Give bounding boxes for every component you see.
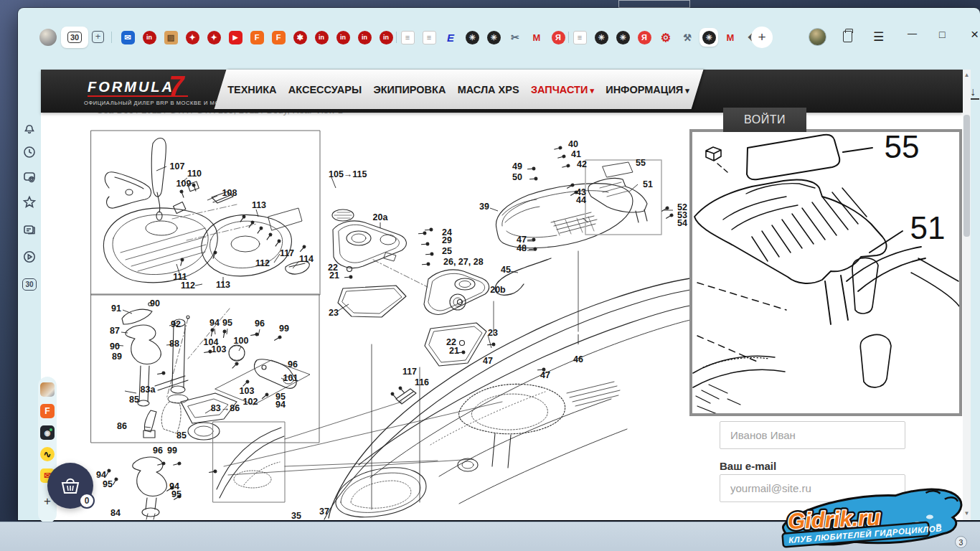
video-play-icon[interactable] <box>18 250 41 267</box>
part-number[interactable]: 87 <box>110 326 120 336</box>
part-number[interactable]: 103 <box>240 386 255 396</box>
basket-icon <box>60 476 81 495</box>
part-number[interactable]: 29 <box>442 235 452 245</box>
part-number[interactable]: 20a <box>373 212 389 222</box>
part-number[interactable]: 48 <box>517 243 527 253</box>
part-number[interactable]: 54 <box>677 218 687 228</box>
diagram-magnifier: 5551 <box>689 129 962 416</box>
menu-item-аксессуары[interactable]: АКСЕССУАРЫ <box>288 84 362 95</box>
part-number[interactable]: 88 <box>169 339 179 349</box>
part-number[interactable]: 50 <box>512 172 522 182</box>
bookmarks-star-icon[interactable] <box>18 195 41 212</box>
part-number[interactable]: 26, 27, 28 <box>443 257 484 267</box>
part-number[interactable]: 25 <box>442 246 452 256</box>
part-number[interactable]: 51 <box>643 179 653 189</box>
part-number[interactable]: 117 <box>402 367 417 377</box>
tab-bar: 30 + ✉in▨✦✦▶FF✱inininin≡≡E✳✳✂MЯ≡✳✳Я⚙⚒✳M❖… <box>18 8 980 39</box>
part-number[interactable]: 112 <box>255 258 270 268</box>
part-number[interactable]: 95 <box>222 318 232 328</box>
part-number[interactable]: 39 <box>479 202 489 212</box>
part-number[interactable]: 42 <box>577 159 587 169</box>
part-number[interactable]: 90 <box>150 298 160 309</box>
part-number[interactable]: 113 <box>216 280 230 290</box>
part-number[interactable]: 46 <box>573 354 583 364</box>
maximize-button[interactable]: □ <box>939 29 945 40</box>
main-menu: ТЕХНИКААКСЕССУАРЫЭКИПИРОВКАМАСЛА XPSЗАПЧ… <box>222 70 695 109</box>
scrollbar-thumb[interactable] <box>963 115 970 237</box>
part-number[interactable]: 83→86 <box>211 403 240 413</box>
part-number[interactable]: 23 <box>488 328 498 338</box>
part-number[interactable]: 85 <box>129 395 139 405</box>
part-number[interactable]: 96 <box>255 319 265 329</box>
part-number[interactable]: 84 <box>110 508 121 518</box>
part-number[interactable]: 94 <box>209 318 220 328</box>
part-number[interactable]: 96 <box>288 359 298 369</box>
magnifier-labels: 5551 <box>885 132 946 245</box>
cart-badge: 0 <box>79 493 95 509</box>
part-number[interactable]: 91 <box>111 303 121 314</box>
part-number[interactable]: 45 <box>501 265 511 275</box>
scroll-up-icon[interactable]: ▲ <box>963 72 971 78</box>
part-number[interactable]: 100 <box>234 336 249 346</box>
menu-item-экипировка[interactable]: ЭКИПИРОВКА <box>373 84 446 95</box>
part-number[interactable]: 107 <box>170 161 185 171</box>
part-number[interactable]: 103 <box>212 344 227 354</box>
part-number[interactable]: 116 <box>415 377 429 387</box>
address-bar: ← ↻ parts.formula7.ru Запчасти для гидро… <box>18 39 980 70</box>
part-number[interactable]: 21 <box>449 346 459 356</box>
part-number[interactable]: 86 <box>117 421 127 431</box>
part-number[interactable]: 102 <box>243 397 258 407</box>
part-number[interactable]: 23 <box>329 308 339 318</box>
part-number[interactable]: 92 <box>171 319 181 329</box>
part-number[interactable]: 94 <box>96 470 106 480</box>
part-number[interactable]: 47 <box>540 370 550 380</box>
part-number[interactable]: 95 <box>171 489 182 499</box>
part-number[interactable]: 83a <box>141 385 156 395</box>
part-number[interactable]: 113 <box>252 200 266 210</box>
part-number[interactable]: 112 <box>181 281 195 291</box>
part-number[interactable]: 110 <box>187 169 202 179</box>
part-number[interactable]: 109 <box>176 179 192 189</box>
calendar-icon[interactable]: 30 <box>18 277 41 291</box>
part-number[interactable]: 35 <box>291 511 301 520</box>
feed-notes-icon[interactable] <box>18 222 41 240</box>
part-number[interactable]: 117 <box>280 248 294 258</box>
part-number[interactable]: 96 <box>153 446 163 456</box>
part-number[interactable]: 41 <box>571 149 581 159</box>
part-number[interactable]: 85 <box>176 430 187 441</box>
part-number[interactable]: 99 <box>279 324 289 334</box>
menu-item-техника[interactable]: ТЕХНИКА <box>227 84 276 95</box>
history-clock-icon[interactable] <box>18 145 41 162</box>
magnified-part-number: 51 <box>910 210 946 245</box>
part-number[interactable]: 90 <box>110 342 120 352</box>
magnified-part-number: 55 <box>885 132 920 164</box>
part-number[interactable]: 108 <box>222 188 237 198</box>
site-logo[interactable]: FORMULA <box>88 79 174 95</box>
part-number[interactable]: 101 <box>283 373 298 383</box>
part-number[interactable]: 95 <box>103 479 113 489</box>
menu-item-масла xps[interactable]: МАСЛА XPS <box>458 84 519 95</box>
part-number[interactable]: 105→115 <box>329 169 367 179</box>
browser-sidebar: 30 F ◉ ∿ ✉ + ▲ ••• <box>18 70 41 520</box>
screen: { "browser": { "home_tab_label": "30", "… <box>0 0 980 551</box>
part-number[interactable]: 40 <box>568 139 578 149</box>
screenshot-icon[interactable] <box>18 170 41 187</box>
part-number[interactable]: 99 <box>167 446 177 456</box>
menu-item-запчасти[interactable]: ЗАПЧАСТИ ▾ <box>531 84 594 95</box>
part-number[interactable]: 44 <box>576 195 586 205</box>
part-number[interactable]: 47 <box>483 356 493 366</box>
minimize-button[interactable]: — <box>908 28 917 39</box>
background-window-edge <box>618 0 690 8</box>
part-number[interactable]: 89 <box>112 352 122 362</box>
part-number[interactable]: 21 <box>329 270 339 281</box>
menu-item-информация[interactable]: ИНФОРМАЦИЯ ▾ <box>606 84 689 95</box>
part-number[interactable]: 20b <box>490 285 506 295</box>
site-logo-seven: 7 <box>169 71 184 102</box>
part-number[interactable]: 114 <box>299 254 314 264</box>
part-number[interactable]: 94 <box>275 400 286 410</box>
notifications-bell-icon[interactable] <box>18 120 41 137</box>
part-number[interactable]: 49 <box>512 161 522 171</box>
part-number[interactable]: 37 <box>319 507 329 517</box>
login-button[interactable]: ВОЙТИ <box>723 108 806 132</box>
part-number[interactable]: 55 <box>636 158 646 168</box>
